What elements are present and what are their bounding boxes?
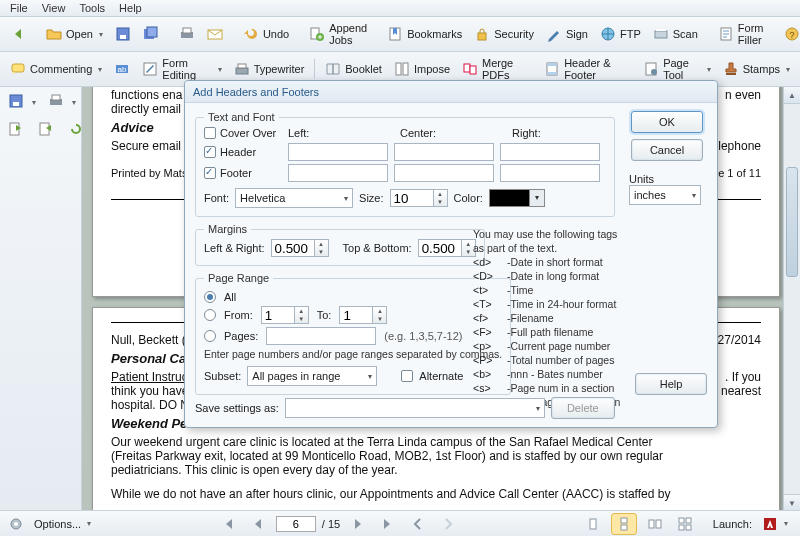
units-select[interactable]: inches	[629, 185, 701, 205]
header-checkbox[interactable]	[204, 146, 216, 158]
ftp-button[interactable]: FTP	[596, 24, 645, 44]
range-all-radio[interactable]	[204, 291, 216, 303]
security-button[interactable]: Security	[470, 24, 538, 44]
options-button[interactable]: Options...	[30, 516, 95, 532]
header-footer-button[interactable]: Header & Footer	[540, 55, 635, 83]
svg-rect-5	[183, 28, 191, 33]
page-tool-icon	[643, 61, 659, 77]
scroll-thumb[interactable]	[786, 167, 798, 277]
sign-button[interactable]: Sign	[542, 24, 592, 44]
to-spinner[interactable]: ▲▼	[339, 306, 387, 324]
header-center-input[interactable]	[394, 143, 494, 161]
header-right-input[interactable]	[500, 143, 600, 161]
back-button[interactable]	[6, 24, 30, 44]
nav-fwd-button[interactable]	[436, 514, 460, 534]
font-select[interactable]: Helvetica	[235, 188, 353, 208]
menu-file[interactable]: File	[10, 2, 28, 14]
nav-back-icon	[410, 516, 426, 532]
footer-center-input[interactable]	[394, 164, 494, 182]
leftright-spinner[interactable]: ▲▼	[271, 239, 329, 257]
page-number-input[interactable]	[276, 516, 316, 532]
nav-back-button[interactable]	[406, 514, 430, 534]
color-picker[interactable]	[489, 189, 545, 207]
range-from-radio[interactable]	[204, 309, 216, 321]
saveall-button[interactable]	[139, 24, 163, 44]
svg-rect-25	[464, 64, 470, 72]
page-total-label: / 15	[322, 518, 340, 530]
open-button[interactable]: Open	[42, 24, 107, 44]
impose-icon	[394, 61, 410, 77]
topbottom-spinner[interactable]: ▲▼	[418, 239, 476, 257]
booklet-button[interactable]: Booklet	[321, 59, 386, 79]
menu-view[interactable]: View	[42, 2, 66, 14]
launch-button[interactable]	[758, 514, 792, 534]
export-send-button[interactable]	[4, 119, 30, 141]
typewriter-button[interactable]: Typewriter	[230, 59, 309, 79]
textbox-button[interactable]: ab	[110, 59, 134, 79]
view-facing-button[interactable]	[643, 514, 667, 534]
gear-icon	[8, 516, 24, 532]
prev-icon	[250, 516, 266, 532]
mail-button[interactable]	[203, 24, 227, 44]
subset-select[interactable]: All pages in range	[247, 366, 377, 386]
impose-button[interactable]: Impose	[390, 59, 454, 79]
statusbar: Options... / 15 Launch:	[0, 510, 800, 536]
next-page-button[interactable]	[346, 514, 370, 534]
last-icon	[380, 516, 396, 532]
facing-icon	[647, 516, 663, 532]
append-icon	[309, 26, 325, 42]
delete-button[interactable]: Delete	[551, 397, 615, 419]
undo-button[interactable]: Undo	[239, 24, 293, 44]
svg-rect-3	[147, 27, 157, 37]
svg-rect-43	[621, 525, 627, 530]
bookmarks-button[interactable]: Bookmarks	[383, 24, 466, 44]
pages-input[interactable]	[266, 327, 376, 345]
cover-over-checkbox[interactable]	[204, 127, 216, 139]
view-single-button[interactable]	[581, 514, 605, 534]
append-jobs-button[interactable]: Append Jobs	[305, 20, 371, 48]
svg-rect-32	[726, 73, 736, 75]
first-page-button[interactable]	[216, 514, 240, 534]
ok-button[interactable]: OK	[631, 111, 703, 133]
page-tool-button[interactable]: Page Tool	[639, 55, 715, 83]
save-settings-select[interactable]	[285, 398, 545, 418]
from-spinner[interactable]: ▲▼	[261, 306, 309, 324]
menu-help[interactable]: Help	[119, 2, 142, 14]
page-send-icon	[8, 121, 26, 139]
help-button[interactable]: ?How	[780, 24, 801, 44]
vertical-scrollbar[interactable]: ▲ ▼	[783, 87, 800, 511]
size-spinner[interactable]: ▲▼	[390, 189, 448, 207]
header-left-input[interactable]	[288, 143, 388, 161]
stamps-button[interactable]: Stamps	[719, 59, 794, 79]
nav-fwd-icon	[440, 516, 456, 532]
last-page-button[interactable]	[376, 514, 400, 534]
footer-checkbox[interactable]	[204, 167, 216, 179]
menu-tools[interactable]: Tools	[79, 2, 105, 14]
print-dropdown[interactable]	[44, 91, 80, 113]
scan-button[interactable]: Scan	[649, 24, 702, 44]
cancel-button[interactable]: Cancel	[631, 139, 703, 161]
prev-page-button[interactable]	[246, 514, 270, 534]
svg-rect-10	[478, 33, 486, 40]
merge-button[interactable]: Merge PDFs	[458, 55, 536, 83]
view-facing-cont-button[interactable]	[673, 514, 697, 534]
print-button[interactable]	[175, 24, 199, 44]
scroll-down-button[interactable]: ▼	[784, 494, 800, 511]
footer-left-input[interactable]	[288, 164, 388, 182]
header-footer-icon	[544, 61, 560, 77]
save-button[interactable]	[111, 24, 135, 44]
form-filler-button[interactable]: Form Filler	[714, 20, 768, 48]
textbox-icon: ab	[114, 61, 130, 77]
commenting-button[interactable]: Commenting	[6, 59, 106, 79]
next-icon	[350, 516, 366, 532]
view-continuous-button[interactable]	[611, 513, 637, 535]
form-editing-button[interactable]: Form Editing	[138, 55, 225, 83]
footer-right-input[interactable]	[500, 164, 600, 182]
range-pages-radio[interactable]	[204, 330, 216, 342]
color-label: Color:	[454, 192, 483, 204]
scroll-up-button[interactable]: ▲	[784, 87, 800, 104]
export-reply-button[interactable]	[34, 119, 60, 141]
alternate-checkbox[interactable]	[401, 370, 413, 382]
save-dropdown[interactable]	[4, 91, 40, 113]
help-button[interactable]: Help	[635, 373, 707, 395]
